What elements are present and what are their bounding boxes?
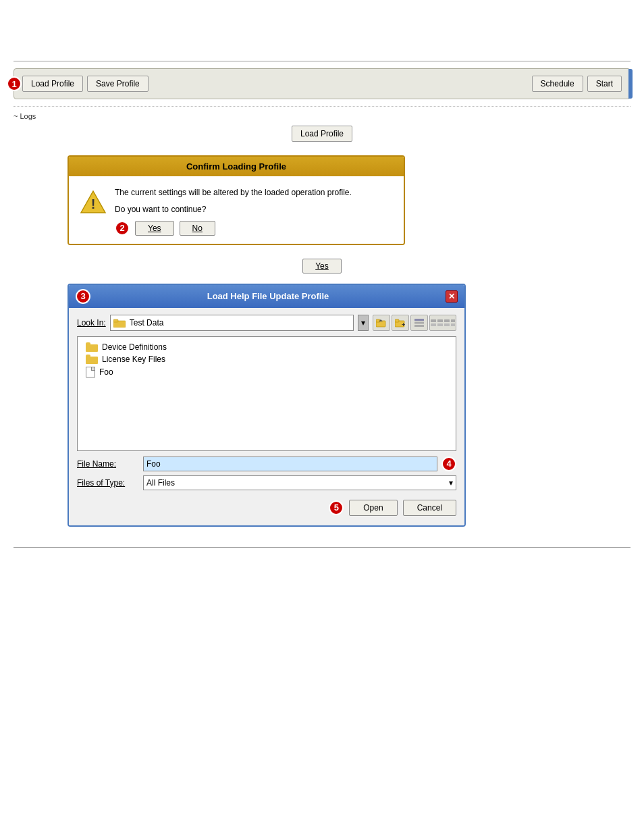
file-dialog-titlebar: 3 Load Help File Update Profile ✕ (69, 285, 464, 308)
file-item-label-3: Foo (99, 367, 113, 377)
open-button[interactable]: Open (349, 500, 397, 516)
files-of-type-arrow: ▾ (449, 478, 453, 488)
step-badge-5: 5 (329, 500, 344, 515)
confirm-dialog: Confirm Loading Profile ! The current se… (68, 155, 405, 245)
svg-rect-11 (414, 321, 424, 323)
svg-rect-3 (113, 319, 118, 322)
file-icon-foo (86, 367, 95, 377)
schedule-button[interactable]: Schedule (532, 76, 583, 92)
svg-rect-12 (414, 325, 424, 327)
svg-text:+: + (402, 321, 405, 328)
load-profile-button[interactable]: Load Profile (22, 76, 83, 92)
svg-rect-15 (444, 319, 450, 322)
look-in-value: Test Data (130, 318, 164, 328)
svg-rect-18 (437, 323, 443, 326)
files-of-type-select[interactable]: All Files ▾ (143, 475, 456, 490)
save-profile-button[interactable]: Save Profile (87, 76, 149, 92)
logs-label: ~ Logs (14, 112, 630, 120)
svg-rect-16 (451, 319, 455, 322)
top-rule (14, 61, 630, 61)
file-name-label: File Name: (77, 459, 138, 469)
step-badge-1: 1 (7, 76, 22, 91)
new-folder-icon[interactable]: + (392, 315, 409, 331)
close-button[interactable]: ✕ (446, 290, 458, 303)
svg-rect-17 (431, 323, 436, 326)
confirm-message2: Do you want to continue? (115, 204, 393, 215)
cancel-button[interactable]: Cancel (403, 500, 456, 516)
svg-rect-10 (414, 319, 424, 321)
load-profile-standalone-button[interactable]: Load Profile (292, 126, 352, 142)
warning-icon: ! (80, 188, 107, 215)
yes-standalone-wrapper: Yes (34, 259, 610, 273)
file-name-row: File Name: 4 (77, 457, 456, 471)
start-button[interactable]: Start (587, 76, 622, 92)
list-view-icon[interactable] (410, 315, 428, 331)
file-dialog: 3 Load Help File Update Profile ✕ Look I… (68, 284, 466, 527)
look-in-select[interactable]: Test Data (110, 315, 354, 331)
step-badge-2: 2 (115, 221, 130, 236)
file-dialog-title-text: Load Help File Update Profile (90, 291, 446, 301)
files-of-type-label: Files of Type: (77, 478, 138, 488)
svg-text:!: ! (91, 197, 96, 211)
file-dialog-wrapper: 3 Load Help File Update Profile ✕ Look I… (34, 284, 610, 527)
svg-rect-19 (444, 323, 450, 326)
folder-icon (113, 318, 126, 328)
step-badge-4: 4 (441, 457, 456, 471)
file-item-label-1: Device Definitions (102, 342, 167, 352)
files-of-type-value: All Files (146, 478, 175, 488)
confirm-no-button[interactable]: No (180, 221, 215, 236)
bottom-rule (14, 547, 630, 548)
list-item[interactable]: Foo (83, 365, 450, 379)
file-dialog-actions: 5 Open Cancel (77, 494, 456, 519)
confirm-yes-button[interactable]: Yes (135, 221, 174, 236)
file-dialog-body: Look In: Test Data ▾ (69, 308, 464, 525)
logs-section: ~ Logs Load Profile (14, 112, 630, 142)
file-list-area[interactable]: Device Definitions License Key Files Foo (77, 336, 456, 451)
confirm-title-text: Confirm Loading Profile (186, 161, 286, 172)
file-item-label-2: License Key Files (102, 355, 165, 364)
confirm-dialog-wrapper: Confirm Loading Profile ! The current se… (34, 155, 610, 245)
svg-rect-20 (451, 323, 455, 326)
look-in-row: Look In: Test Data ▾ (77, 315, 456, 331)
blue-edge (628, 69, 633, 99)
look-in-label: Look In: (77, 318, 106, 328)
toolbar-area: 1 Load Profile Save Profile Schedule Sta… (14, 68, 630, 99)
load-profile-standalone: Load Profile (14, 126, 630, 142)
list-item[interactable]: License Key Files (83, 353, 450, 365)
step-badge-3: 3 (76, 289, 90, 304)
confirm-dialog-body: ! The current settings will be altered b… (69, 176, 404, 244)
files-of-type-row: Files of Type: All Files ▾ (77, 475, 456, 490)
detail-view-icon[interactable] (429, 315, 456, 331)
up-folder-icon[interactable] (373, 315, 390, 331)
folder-icon-device (86, 342, 98, 352)
file-toolbar-icons: + (373, 315, 456, 331)
look-in-dropdown-arrow[interactable]: ▾ (358, 315, 369, 331)
confirm-message1: The current settings will be altered by … (115, 187, 393, 199)
yes-standalone-button[interactable]: Yes (302, 259, 342, 273)
page-container: 1 Load Profile Save Profile Schedule Sta… (0, 61, 644, 834)
file-name-input[interactable] (143, 457, 437, 471)
svg-rect-8 (395, 319, 399, 322)
list-item[interactable]: Device Definitions (83, 341, 450, 353)
confirm-dialog-titlebar: Confirm Loading Profile (69, 157, 404, 176)
toolbar-right: Schedule Start (532, 76, 622, 92)
dotted-separator (14, 106, 630, 107)
toolbar-left: Load Profile Save Profile (22, 76, 149, 92)
confirm-text: The current settings will be altered by … (115, 187, 393, 236)
folder-icon-license (86, 355, 98, 364)
svg-rect-14 (437, 319, 443, 322)
svg-rect-13 (431, 319, 436, 322)
confirm-buttons: 2 Yes No (115, 221, 393, 236)
